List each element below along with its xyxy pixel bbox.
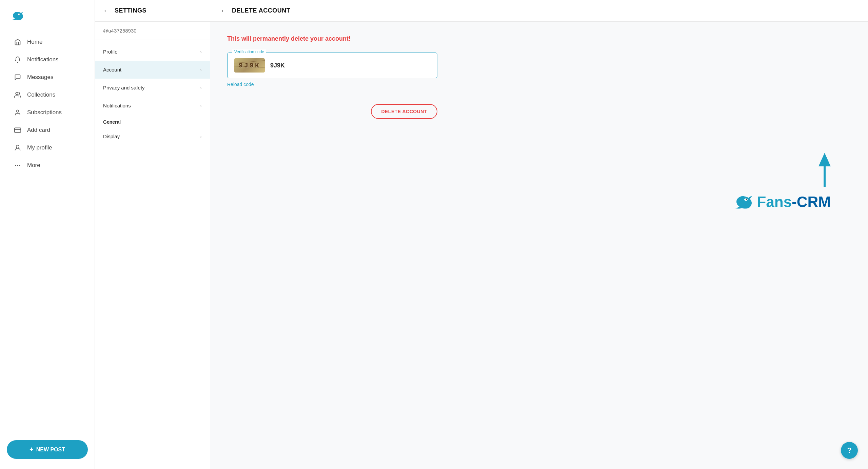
help-button[interactable]: ? — [841, 442, 858, 459]
settings-header: ← SETTINGS — [95, 0, 210, 22]
svg-point-3 — [17, 110, 19, 113]
settings-panel: ← SETTINGS @u437258930 Profile › Account… — [95, 0, 210, 469]
settings-item-profile-label: Profile — [103, 49, 118, 55]
fans-text: Fans — [757, 193, 792, 210]
settings-item-account[interactable]: Account › — [95, 61, 210, 79]
sidebar-item-subscriptions-label: Subscriptions — [27, 109, 62, 116]
privacy-chevron-icon: › — [200, 85, 202, 90]
add-card-icon — [14, 127, 22, 134]
new-post-plus-icon: + — [29, 446, 34, 453]
delete-account-content: This will permanently delete your accoun… — [210, 22, 868, 469]
my-profile-icon — [14, 144, 22, 151]
svg-rect-4 — [15, 128, 21, 132]
delete-account-title: DELETE ACCOUNT — [232, 7, 290, 14]
settings-item-display-label: Display — [103, 134, 120, 139]
settings-item-notifications[interactable]: Notifications › — [95, 97, 210, 115]
user-handle: @u437258930 — [95, 22, 210, 40]
home-icon — [14, 39, 22, 45]
delete-back-button[interactable]: ← — [220, 7, 227, 15]
sidebar-nav: Home Notifications Messages — [0, 33, 95, 433]
delete-account-header: ← DELETE ACCOUNT — [210, 0, 868, 22]
sidebar-item-home[interactable]: Home — [3, 34, 91, 50]
verification-input[interactable] — [270, 62, 430, 69]
captcha-image: 9J9K — [234, 58, 265, 73]
settings-item-notifications-label: Notifications — [103, 103, 131, 108]
svg-point-8 — [19, 165, 20, 166]
svg-point-1 — [19, 14, 20, 15]
sidebar-item-subscriptions[interactable]: Subscriptions — [3, 104, 91, 121]
verification-code-box: Verification code 9J9K — [227, 53, 437, 78]
svg-point-6 — [16, 145, 19, 148]
settings-item-privacy-label: Privacy and safety — [103, 85, 145, 90]
sidebar-item-notifications-label: Notifications — [27, 56, 59, 63]
fans-crm-text: Fans-CRM — [757, 193, 831, 210]
main-content: ← DELETE ACCOUNT This will permanently d… — [210, 0, 868, 469]
crm-separator: - — [792, 193, 797, 210]
logo-container — [0, 7, 95, 33]
sidebar: Home Notifications Messages — [0, 0, 95, 469]
svg-point-9 — [15, 165, 16, 166]
logo-icon — [10, 10, 24, 23]
settings-menu: Profile › Account › Privacy and safety ›… — [95, 40, 210, 148]
sidebar-item-more-label: More — [27, 162, 40, 169]
subscriptions-icon — [14, 109, 22, 116]
captcha-text: 9J9K — [239, 62, 260, 69]
account-chevron-icon: › — [200, 67, 202, 73]
fans-crm-branding: Fans-CRM — [732, 193, 831, 210]
arrow-up-icon — [818, 153, 831, 166]
svg-point-2 — [16, 93, 18, 95]
new-post-label: NEW POST — [36, 447, 65, 453]
arrow-shaft — [824, 166, 826, 187]
sidebar-item-messages-label: Messages — [27, 74, 53, 81]
settings-section-general: General — [95, 115, 210, 127]
sidebar-item-more[interactable]: More — [3, 157, 91, 174]
new-post-button[interactable]: + NEW POST — [7, 440, 88, 459]
settings-item-account-label: Account — [103, 67, 121, 73]
messages-icon — [14, 74, 22, 81]
more-icon — [14, 162, 22, 169]
sidebar-item-add-card[interactable]: Add card — [3, 122, 91, 138]
sidebar-item-collections[interactable]: Collections — [3, 87, 91, 103]
profile-chevron-icon: › — [200, 49, 202, 55]
svg-point-10 — [744, 198, 748, 201]
delete-account-button[interactable]: DELETE ACCOUNT — [371, 104, 437, 119]
sidebar-item-my-profile[interactable]: My profile — [3, 140, 91, 156]
settings-title: SETTINGS — [115, 7, 146, 14]
svg-point-0 — [18, 14, 20, 15]
collections-icon — [14, 91, 22, 98]
settings-back-button[interactable]: ← — [103, 7, 110, 15]
sidebar-item-add-card-label: Add card — [27, 127, 50, 134]
settings-item-privacy[interactable]: Privacy and safety › — [95, 79, 210, 97]
reload-code-link[interactable]: Reload code — [227, 82, 851, 87]
notifications-icon — [14, 56, 22, 63]
sidebar-item-collections-label: Collections — [27, 91, 55, 98]
sidebar-item-my-profile-label: My profile — [27, 144, 52, 151]
sidebar-item-home-label: Home — [27, 39, 42, 45]
sidebar-item-notifications[interactable]: Notifications — [3, 52, 91, 68]
verification-label: Verification code — [232, 49, 266, 54]
help-icon: ? — [847, 446, 851, 455]
crm-text: CRM — [797, 193, 831, 210]
svg-point-11 — [746, 199, 747, 200]
svg-point-7 — [17, 165, 18, 166]
warning-message: This will permanently delete your accoun… — [227, 35, 851, 42]
sidebar-item-messages[interactable]: Messages — [3, 69, 91, 85]
notifications-chevron-icon: › — [200, 103, 202, 108]
display-chevron-icon: › — [200, 134, 202, 139]
settings-item-display[interactable]: Display › — [95, 127, 210, 145]
settings-item-profile[interactable]: Profile › — [95, 43, 210, 61]
fans-crm-bird-icon — [732, 194, 753, 210]
